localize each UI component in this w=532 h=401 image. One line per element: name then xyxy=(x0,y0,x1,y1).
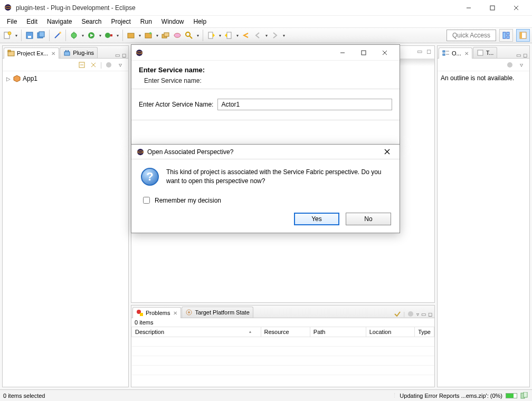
run-icon[interactable] xyxy=(86,30,97,41)
yes-button[interactable]: Yes xyxy=(294,213,339,225)
problems-count: 0 items xyxy=(131,318,434,327)
forward-icon[interactable] xyxy=(270,30,280,41)
close-tab-icon[interactable]: ✕ xyxy=(464,51,469,56)
col-path[interactable]: Path xyxy=(310,327,366,337)
debug-icon[interactable] xyxy=(69,30,79,41)
close-tab-icon[interactable]: ✕ xyxy=(51,51,55,56)
project-tree[interactable]: ▷ App1 xyxy=(3,71,128,86)
dialog-titlebar[interactable] xyxy=(131,45,400,61)
run-last-dropdown[interactable]: ▾ xyxy=(115,30,120,41)
tasklist-icon xyxy=(477,49,484,56)
wand-icon[interactable] xyxy=(52,30,63,41)
problems-icon xyxy=(136,309,144,317)
filter-icon[interactable] xyxy=(407,310,414,318)
close-tab-icon[interactable]: ✕ xyxy=(173,310,177,316)
menu-edit[interactable]: Edit xyxy=(22,17,42,26)
dialog-close-button[interactable] xyxy=(374,45,395,60)
perspective-dialog-titlebar[interactable]: Open Associated Perspective? xyxy=(131,145,400,159)
debug-dropdown[interactable]: ▾ xyxy=(80,30,85,41)
run-last-icon[interactable] xyxy=(103,30,114,41)
back-icon[interactable] xyxy=(252,30,263,41)
focus-task-icon[interactable] xyxy=(104,60,113,70)
left-tabbar: Project Ex... ✕ Plug-ins ▭ ◻ xyxy=(3,46,128,59)
svg-point-14 xyxy=(71,33,77,38)
new-icon[interactable] xyxy=(2,30,13,41)
svg-point-51 xyxy=(408,311,413,317)
focus-task-icon[interactable] xyxy=(505,60,515,70)
svg-rect-3 xyxy=(490,6,495,10)
window-close-button[interactable] xyxy=(504,0,528,16)
minimize-view-icon[interactable]: ▭ xyxy=(115,52,120,58)
svg-rect-53 xyxy=(443,54,445,55)
quick-access-field[interactable]: Quick Access xyxy=(446,30,496,41)
maximize-view-icon[interactable]: ◻ xyxy=(523,52,527,58)
save-all-icon[interactable] xyxy=(36,30,46,41)
maximize-view-icon[interactable]: ◻ xyxy=(428,311,432,317)
view-menu-icon[interactable]: ▿ xyxy=(116,60,125,70)
search-icon[interactable] xyxy=(184,30,194,41)
svg-point-60 xyxy=(136,49,142,55)
window-minimize-button[interactable] xyxy=(457,0,480,16)
svg-rect-37 xyxy=(520,32,522,39)
minimize-view-icon[interactable]: ▭ xyxy=(516,52,521,58)
dialog-maximize-button[interactable] xyxy=(353,45,374,60)
problems-table[interactable]: Description▴ Resource Path Location Type xyxy=(131,327,434,375)
no-button[interactable]: No xyxy=(346,213,391,225)
menu-file[interactable]: File xyxy=(2,17,22,26)
menu-run[interactable]: Run xyxy=(136,17,157,26)
open-type-icon[interactable] xyxy=(160,30,171,41)
remember-label[interactable]: Remember my decision xyxy=(155,197,221,204)
new-dropdown[interactable]: ▾ xyxy=(14,30,18,41)
tab-project-explorer[interactable]: Project Ex... ✕ xyxy=(4,47,59,59)
actor-service-input[interactable] xyxy=(217,99,392,110)
view-menu-icon[interactable]: ▿ xyxy=(517,60,526,70)
run-dropdown[interactable]: ▾ xyxy=(98,30,102,41)
project-icon xyxy=(13,75,21,82)
link-editor-icon[interactable] xyxy=(89,60,98,70)
col-type[interactable]: Type xyxy=(415,327,434,337)
open-plugin-icon[interactable] xyxy=(143,30,154,41)
current-perspective-button[interactable] xyxy=(516,29,530,42)
menu-navigate[interactable]: Navigate xyxy=(42,17,77,26)
tab-plugins[interactable]: Plug-ins xyxy=(60,47,98,58)
remember-checkbox[interactable] xyxy=(143,197,150,204)
svg-point-23 xyxy=(149,32,151,34)
menu-help[interactable]: Help xyxy=(189,17,212,26)
dialog-minimize-button[interactable] xyxy=(332,45,353,60)
editor-min-icon[interactable]: ▭ xyxy=(417,48,422,55)
col-resource[interactable]: Resource xyxy=(261,327,310,337)
status-tray-icon[interactable] xyxy=(520,392,529,399)
svg-rect-48 xyxy=(140,313,143,316)
dialog-close-button[interactable] xyxy=(379,145,394,159)
next-annotation-icon[interactable] xyxy=(223,30,234,41)
collapse-all-icon[interactable] xyxy=(77,60,87,70)
tab-outline[interactable]: O... ✕ xyxy=(439,47,472,59)
minimize-view-icon[interactable]: ▭ xyxy=(421,311,426,317)
window-maximize-button[interactable] xyxy=(480,0,504,16)
prev-annotation-icon[interactable] xyxy=(206,30,216,41)
focus-icon[interactable] xyxy=(394,310,401,318)
save-icon[interactable] xyxy=(24,30,35,41)
svg-rect-34 xyxy=(507,32,509,35)
col-location[interactable]: Location xyxy=(366,327,414,337)
editor-max-icon[interactable]: ◻ xyxy=(426,48,431,55)
last-edit-icon[interactable] xyxy=(241,30,251,41)
menu-project[interactable]: Project xyxy=(106,17,135,26)
maximize-view-icon[interactable]: ◻ xyxy=(122,52,126,58)
window-titlebar: plugin-test - Plug-in Development - Ecli… xyxy=(0,0,532,16)
expand-icon[interactable]: ▷ xyxy=(6,76,11,82)
svg-rect-35 xyxy=(507,36,509,39)
tree-item-app1[interactable]: ▷ App1 xyxy=(6,74,125,83)
open-task-icon[interactable] xyxy=(172,30,183,41)
tab-problems[interactable]: Problems ✕ xyxy=(132,307,181,318)
new-plugin-icon[interactable] xyxy=(126,30,136,41)
col-description[interactable]: Description▴ xyxy=(132,327,261,337)
project-explorer-icon xyxy=(7,50,15,57)
view-menu-icon[interactable]: ▿ xyxy=(416,311,419,317)
menu-search[interactable]: Search xyxy=(77,17,106,26)
open-perspective-button[interactable] xyxy=(499,29,513,42)
tab-target-platform[interactable]: Target Platform State xyxy=(182,307,253,318)
tab-tasklist[interactable]: T... xyxy=(473,47,498,58)
status-progress-bar xyxy=(506,393,517,398)
menu-window[interactable]: Window xyxy=(157,17,189,26)
